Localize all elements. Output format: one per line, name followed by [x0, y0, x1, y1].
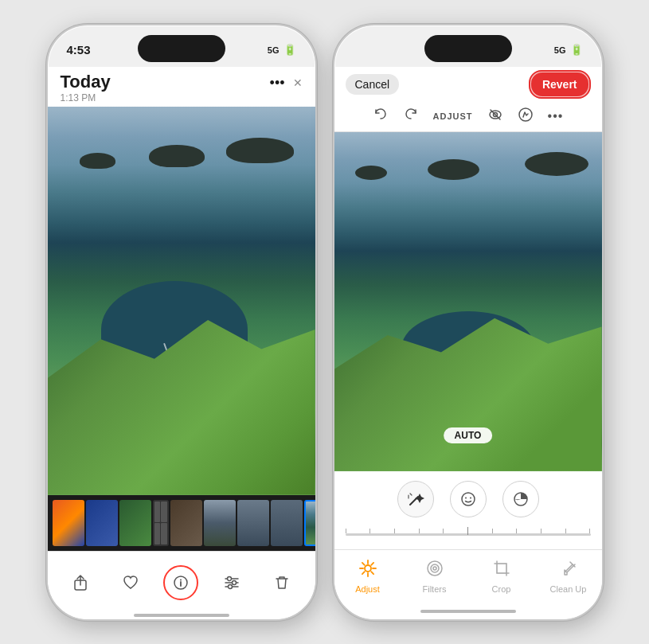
network-label-right: 5G [554, 45, 566, 55]
redo-icon[interactable] [403, 107, 419, 127]
cleanup-tab-label: Clean Up [550, 584, 587, 594]
svg-point-30 [428, 561, 442, 576]
tick-3 [394, 529, 395, 533]
edit-tools-bar: ADJUST ••• [334, 102, 602, 132]
film-thumb-6[interactable] [237, 500, 269, 546]
undo-icon[interactable] [373, 107, 389, 127]
tab-crop[interactable]: Crop [468, 559, 535, 594]
film-strip[interactable] [48, 495, 315, 551]
photos-toolbar [48, 551, 315, 615]
right-phone: 4:53 5G 🔋 Cancel Revert [333, 24, 604, 621]
status-icons-right: 5G 🔋 [554, 44, 583, 56]
battery-icon-left: 🔋 [283, 44, 296, 56]
more-icon[interactable]: ••• [270, 75, 285, 92]
auto-badge[interactable]: AUTO [444, 427, 493, 443]
adjust-tab-icon [358, 559, 377, 583]
home-indicator-right [334, 603, 602, 619]
svg-point-31 [431, 564, 439, 572]
photos-title: Today [61, 72, 111, 92]
slider-track[interactable] [334, 524, 602, 546]
dynamic-island-right [424, 35, 512, 62]
grid-cell-3 [154, 523, 161, 544]
markup-icon[interactable] [518, 107, 534, 127]
status-icons-left: 5G 🔋 [268, 44, 296, 56]
photo-island-3 [226, 138, 294, 163]
film-thumb-active[interactable] [304, 500, 315, 546]
svg-point-17 [462, 493, 475, 505]
adjust-tab-label: Adjust [355, 584, 380, 594]
svg-point-3 [180, 580, 182, 581]
tick-7 [492, 529, 493, 533]
svg-line-26 [362, 563, 364, 565]
edit-photo-area: AUTO [334, 132, 602, 471]
dynamic-island-left [138, 35, 225, 62]
heart-button[interactable] [113, 565, 148, 600]
visibility-icon[interactable] [487, 107, 503, 127]
film-thumb-7[interactable] [271, 500, 303, 546]
photos-header: Today 1:13 PM ••• ✕ [48, 67, 315, 107]
main-photo-left [48, 107, 315, 495]
svg-line-16 [410, 494, 412, 495]
photo-island-1 [80, 153, 115, 169]
left-phone: 4:53 5G 🔋 Today 1:13 PM ••• ✕ [46, 24, 317, 621]
share-button[interactable] [63, 565, 98, 600]
header-icons: ••• ✕ [270, 72, 303, 92]
filters-tab-icon [425, 559, 444, 583]
film-thumb-grid[interactable] [153, 500, 169, 546]
film-thumb-3[interactable] [119, 500, 151, 546]
more-icon-edit[interactable]: ••• [548, 109, 564, 123]
svg-point-8 [232, 581, 236, 585]
grid-cell-2 [161, 502, 167, 523]
crop-tab-label: Crop [492, 584, 511, 594]
adjust-label: ADJUST [433, 111, 473, 121]
network-icon-left: 5G [268, 45, 280, 55]
title-group: Today 1:13 PM [61, 72, 111, 103]
power-button-right [602, 137, 604, 189]
svg-rect-33 [497, 564, 506, 573]
tick-2 [369, 529, 370, 533]
tick-5 [443, 529, 444, 533]
edit-island-2 [428, 159, 479, 180]
battery-icon-right: 🔋 [570, 44, 583, 56]
photo-island-2 [149, 145, 205, 167]
screen-left: Today 1:13 PM ••• ✕ [48, 67, 315, 619]
adjust-button[interactable] [214, 565, 249, 600]
edit-island-3 [525, 152, 588, 176]
film-thumb-1[interactable] [53, 500, 84, 546]
cancel-button[interactable]: Cancel [346, 74, 400, 95]
tab-filters[interactable]: Filters [401, 559, 468, 594]
tab-cleanup[interactable]: Clean Up [535, 559, 602, 594]
film-thumb-2[interactable] [86, 500, 118, 546]
revert-button[interactable]: Revert [531, 72, 588, 96]
adjustment-icons [334, 478, 602, 524]
photos-subtitle: 1:13 PM [61, 92, 111, 103]
close-icon[interactable]: ✕ [293, 76, 303, 89]
svg-point-32 [433, 567, 436, 570]
slider-ticks [346, 531, 591, 539]
tick-9 [541, 529, 541, 533]
info-button[interactable] [163, 565, 198, 600]
edit-top-bar: Cancel Revert [334, 67, 602, 102]
screen-right: Cancel Revert ADJUST [334, 67, 602, 619]
tonewheel-button[interactable] [502, 481, 539, 517]
grid-cell-1 [154, 502, 161, 523]
svg-line-27 [371, 572, 373, 574]
slider-container [346, 533, 591, 536]
face-button[interactable] [450, 481, 487, 517]
crop-tab-icon [492, 559, 511, 583]
home-bar-right [420, 610, 516, 613]
film-thumb-4[interactable] [170, 500, 202, 546]
bottom-tabs: Adjust Filters [334, 549, 602, 603]
status-time-left: 4:53 [67, 43, 91, 57]
tick-1 [346, 529, 346, 533]
svg-point-21 [365, 565, 371, 572]
tick-4 [419, 529, 420, 533]
power-button-left [315, 137, 317, 189]
grid-cell-4 [161, 523, 167, 544]
tab-adjust[interactable]: Adjust [334, 559, 401, 594]
magic-wand-button[interactable] [397, 481, 434, 517]
svg-line-28 [371, 563, 373, 565]
trash-button[interactable] [264, 565, 299, 600]
tick-8 [516, 529, 517, 533]
film-thumb-5[interactable] [204, 500, 236, 546]
